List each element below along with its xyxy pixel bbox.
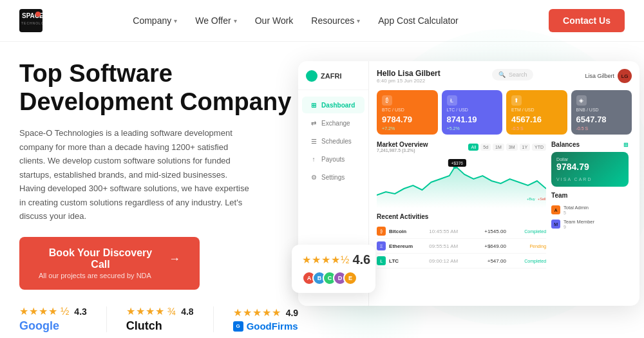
cta-button[interactable]: Book Your Discovery Call → All our proje… [19, 237, 200, 290]
contact-button[interactable]: Contact Us [549, 9, 625, 32]
rating-popup: ★★★★½ 4.6 A B C D E [292, 245, 375, 293]
activity-row: Ξ Ethereum 09:55:51 AM +$649.00 Pending [377, 239, 546, 254]
payouts-icon: ↑ [310, 155, 317, 163]
nav-we-offer[interactable]: We Offer ▾ [195, 15, 237, 26]
schedules-icon: ☰ [310, 137, 317, 145]
clutch-stars: ★★★★ [126, 305, 165, 317]
timeframe-5d[interactable]: 5d [480, 144, 491, 151]
google-brand-label: Google [19, 319, 59, 333]
svg-text:+Buy: +Buy [527, 197, 535, 201]
admin-avatar: A [551, 205, 560, 214]
popup-avatars: A B C D E [302, 271, 365, 285]
chevron-down-icon: ▾ [174, 17, 177, 24]
balances-title: Balances [551, 141, 580, 148]
svg-point-2 [35, 12, 41, 17]
exchange-icon: ⇄ [310, 119, 317, 127]
right-panels: Balances ⊞ Dollar 9784.79 VISA CARD [551, 141, 632, 268]
dash-logo-icon [306, 70, 317, 82]
dashboard-main: Hello Lisa Gilbert 6:40 pm 15 Jun 2022 🔍… [369, 61, 639, 306]
google-rating: ★★★★½ 4.3 Google [19, 305, 87, 333]
timeframe-all[interactable]: All [468, 144, 478, 151]
btc-card: ₿ BTC / USD 9784.79 +7.2% [377, 90, 438, 135]
bnb-icon: ◈ [576, 95, 587, 106]
chevron-down-icon: ▾ [234, 17, 237, 24]
goodfirms-rating: ★★★★★ 4.9 G GoodFirms [233, 306, 298, 332]
avatar: E [343, 271, 357, 285]
bnb-card: ◈ BNB / USD 6547.78 -0.5 S [571, 90, 632, 135]
team-row: A Total Admin 5 [551, 203, 629, 217]
sidebar-item-payouts[interactable]: ↑ Payouts [302, 151, 365, 167]
ltc-icon: Ł [447, 95, 457, 106]
main-content: Top Software Development Company Space-O… [0, 42, 644, 338]
goodfirms-stars: ★★★★★ [233, 306, 281, 319]
logo: SPACE TECHNOLOGIES [19, 9, 43, 32]
goodfirms-brand-label: GoodFirms [247, 321, 298, 332]
team-section: Team A Total Admin 5 M [551, 192, 629, 231]
team-title: Team [551, 192, 567, 199]
timeframe-buttons: All 5d 1M 3M 1Y YTD [468, 144, 546, 151]
hero-description: Space-O Technologies is a leading softwa… [19, 126, 251, 223]
ltc-card: Ł LTC / USD 8741.19 +5.2% [442, 90, 503, 135]
dashboard-section: ★★★★½ 4.6 A B C D E ZAFRI ⊞ Dash [298, 42, 639, 338]
activity-row: ₿ Bitcoin 10:45:55 AM +1545.00 Completed [377, 224, 546, 239]
clutch-brand-label: Clutch [126, 319, 162, 333]
sidebar-item-settings[interactable]: ⚙ Settings [302, 169, 365, 185]
chevron-down-icon: ▾ [357, 17, 360, 24]
balances-icon: ⊞ [623, 142, 629, 148]
user-avatar: LG [618, 69, 632, 83]
btc-icon: ₿ [382, 95, 392, 106]
timeframe-3m[interactable]: 3M [506, 144, 518, 151]
greeting-section: Hello Lisa Gilbert 6:40 pm 15 Jun 2022 [377, 69, 440, 84]
ltc-activity-icon: Ł [377, 256, 386, 265]
balance-card: Dollar 9784.79 VISA CARD [551, 152, 629, 187]
svg-text:TECHNOLOGIES: TECHNOLOGIES [21, 21, 43, 25]
logo-icon: SPACE TECHNOLOGIES [19, 9, 43, 32]
market-chart: +$376 +Buy +Sell [377, 156, 546, 208]
ethereum-icon: Ξ [377, 241, 386, 250]
timeframe-ytd[interactable]: YTD [532, 144, 546, 151]
settings-icon: ⚙ [310, 173, 317, 181]
ratings-section: ★★★★½ 4.3 Google ★★★★¾ 4.8 Clutch [19, 305, 298, 333]
main-nav: Company ▾ We Offer ▾ Our Work Resources … [133, 15, 459, 26]
market-subtitle: 7,241,987.5 (3.2%) [377, 148, 428, 153]
nav-app-cost[interactable]: App Cost Calculator [378, 15, 459, 26]
goodfirms-icon: G [233, 321, 243, 332]
hero-section: Top Software Development Company Space-O… [19, 42, 298, 338]
market-title: Market Overview [377, 141, 428, 148]
google-stars: ★★★★ [19, 305, 58, 317]
member-avatar: M [551, 220, 560, 229]
sidebar-item-exchange[interactable]: ⇄ Exchange [302, 115, 365, 131]
svg-text:+$376: +$376 [451, 161, 464, 165]
dashboard-icon: ⊞ [310, 101, 317, 109]
team-row: M Team Member 9 [551, 217, 629, 231]
crypto-cards: ₿ BTC / USD 9784.79 +7.2% Ł LTC / USD 87… [377, 90, 632, 135]
market-overview: Market Overview 7,241,987.5 (3.2%) All 5… [377, 141, 546, 208]
search-bar[interactable]: 🔍 Search [492, 69, 534, 80]
left-panels: Market Overview 7,241,987.5 (3.2%) All 5… [377, 141, 546, 268]
activity-row: Ł LTC 09:00:12 AM +547.00 Completed [377, 254, 546, 268]
dash-header: Hello Lisa Gilbert 6:40 pm 15 Jun 2022 🔍… [377, 69, 632, 84]
popup-stars: ★★★★½ [302, 254, 350, 266]
nav-resources[interactable]: Resources ▾ [311, 15, 360, 26]
dashboard-bottom: Market Overview 7,241,987.5 (3.2%) All 5… [377, 141, 632, 268]
balances-section: Balances ⊞ Dollar 9784.79 VISA CARD [551, 141, 629, 187]
search-icon: 🔍 [498, 71, 506, 78]
greeting-text: Hello Lisa Gilbert [377, 69, 440, 78]
clutch-rating: ★★★★¾ 4.8 Clutch [126, 305, 194, 333]
sidebar-item-schedules[interactable]: ☰ Schedules [302, 133, 365, 149]
timeframe-1y[interactable]: 1Y [520, 144, 531, 151]
dash-logo: ZAFRI [298, 70, 368, 90]
hero-title: Top Software Development Company [19, 60, 298, 116]
etm-card: ⬆ ETM / USD 4567.16 -0.5 S [506, 90, 567, 135]
nav-our-work[interactable]: Our Work [255, 15, 294, 26]
activities-title: Recent Activities [377, 213, 428, 220]
arrow-icon: → [169, 252, 180, 266]
card-decoration: VISA CARD [556, 177, 623, 182]
sidebar-item-dashboard[interactable]: ⊞ Dashboard [302, 97, 365, 113]
date-text: 6:40 pm 15 Jun 2022 [377, 78, 440, 84]
divider [213, 306, 214, 332]
nav-company[interactable]: Company ▾ [133, 15, 177, 26]
timeframe-1m[interactable]: 1M [493, 144, 504, 151]
dash-logo-text: ZAFRI [321, 72, 341, 80]
recent-activities: Recent Activities ₿ Bitcoin 10:45:55 AM … [377, 213, 546, 268]
